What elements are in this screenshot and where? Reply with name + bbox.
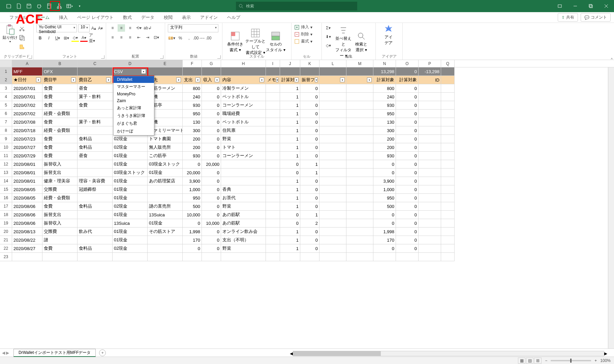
cell[interactable]: 200 [183,143,202,152]
cell[interactable]: 菓子・飲料 [78,118,113,126]
cell[interactable] [419,202,441,211]
cell[interactable] [319,118,346,126]
column-header-N[interactable]: N [373,60,396,67]
cell[interactable]: 0 [280,169,300,177]
cell[interactable] [319,202,346,211]
cell[interactable] [441,84,455,93]
cell[interactable] [266,135,280,143]
cell[interactable]: 食費 [42,143,78,152]
cell[interactable] [419,152,441,160]
column-header-K[interactable]: K [300,60,319,67]
cell[interactable]: 0 [373,244,396,253]
cell[interactable]: 2020/07/23 [12,135,42,143]
cell[interactable]: 0 [396,202,419,211]
filter-button[interactable]: ▾ [71,78,76,82]
cell[interactable]: 3,900 [373,177,396,185]
cell[interactable]: 0 [300,228,319,236]
cell[interactable] [12,253,42,261]
cell[interactable]: 02現金 [113,143,148,152]
save-icon[interactable] [24,1,34,11]
cell[interactable] [319,160,346,169]
cell[interactable]: 内容▾ [221,76,266,84]
cell[interactable]: コーンラーメン [221,101,266,110]
cell[interactable]: 200 [183,135,202,143]
cell[interactable] [221,253,266,261]
calculator-icon[interactable] [44,1,54,11]
row-header[interactable]: 2 [0,76,12,84]
horizontal-scrollbar[interactable]: ◀▶ [290,351,607,357]
column-header-E[interactable]: E [148,60,183,67]
cell[interactable] [148,244,183,253]
filter-button[interactable]: ▾ [36,78,41,82]
cell[interactable] [319,84,346,93]
column-header-G[interactable]: G [202,60,221,67]
cell[interactable]: 0 [396,135,419,143]
cell[interactable]: CSV▾ [113,67,148,76]
cell[interactable]: 0 [396,169,419,177]
cell[interactable]: 2020/07/02 [12,101,42,110]
cell[interactable]: トマト農園 [148,135,183,143]
cell[interactable] [396,253,419,261]
align-top-icon[interactable]: ≡ [109,24,116,32]
cell[interactable]: その筋ストア [148,228,183,236]
filter-button[interactable]: ▾ [106,78,111,82]
cell[interactable]: 職場経費 [221,110,266,118]
cell[interactable]: 2020/07/01 [12,93,42,101]
cell[interactable]: 2020/08/05 [12,194,42,202]
cell[interactable]: 0 [202,101,221,110]
cell[interactable]: 0 [202,152,221,160]
cell[interactable] [319,194,346,202]
cell[interactable]: ★日付▾ [12,76,42,84]
cell[interactable] [266,160,280,169]
cell[interactable]: 2020/08/05 [12,185,42,194]
cell[interactable]: 2020/07/18 [12,126,42,135]
cell[interactable]: 経費・会費類 [42,194,78,202]
cell[interactable]: 1 [280,110,300,118]
cell[interactable]: 0 [300,101,319,110]
cell[interactable]: 0 [202,84,221,93]
cell[interactable]: 2020/08/06 [12,211,42,219]
cell[interactable] [319,126,346,135]
cell[interactable]: 1 [280,185,300,194]
cell[interactable] [419,228,441,236]
row-header[interactable]: 11 [0,152,12,160]
insert-cells-button[interactable]: 挿入 ▾ [294,24,319,30]
column-header-P[interactable]: P [419,60,441,67]
cell[interactable] [266,118,280,126]
cell[interactable] [148,253,183,261]
cell[interactable] [266,169,280,177]
cell[interactable] [78,211,113,219]
cell[interactable]: 1 [280,202,300,211]
minimize-icon[interactable] [567,0,583,12]
cell[interactable] [441,101,455,110]
cell[interactable] [319,169,346,177]
cell[interactable] [441,152,455,160]
cell[interactable]: 01現金 [113,211,148,219]
cell[interactable]: 0 [396,152,419,160]
cell[interactable] [78,160,113,169]
decrease-font-icon[interactable]: A▾ [98,25,103,32]
filter-button[interactable]: ▾ [340,78,345,82]
cell[interactable] [346,67,373,76]
cell[interactable]: 300 [183,126,202,135]
cell[interactable]: 0 [300,236,319,244]
column-header-C[interactable]: C [78,60,113,67]
cell[interactable] [319,211,346,219]
cell[interactable]: 0 [183,160,202,169]
cell[interactable]: 0 [280,160,300,169]
cell[interactable] [419,185,441,194]
cell[interactable]: 計算対象 [373,76,396,84]
cell[interactable]: 01現金 [113,228,148,236]
page-layout-view-icon[interactable]: ▤ [526,358,533,364]
autosave-icon[interactable] [4,1,13,11]
cell[interactable]: 10,000 [202,219,221,228]
cell[interactable]: 0 [396,177,419,185]
cell[interactable] [346,211,373,219]
cell[interactable]: 0 [202,194,221,202]
maximize-icon[interactable] [583,0,598,12]
cell[interactable]: 2020/08/06 [12,219,42,228]
cell[interactable]: 930 [183,152,202,160]
cell[interactable] [42,253,78,261]
cell[interactable] [346,118,373,126]
cell[interactable]: 支出（不明） [221,236,266,244]
